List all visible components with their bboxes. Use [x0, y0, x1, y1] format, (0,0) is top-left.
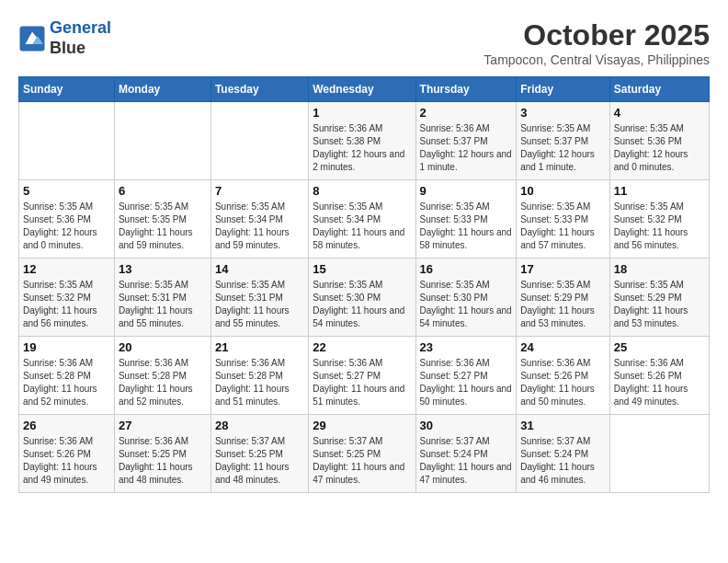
title-area: October 2025 Tampocon, Central Visayas, … — [483, 18, 710, 67]
day-info: Sunrise: 5:36 AMSunset: 5:26 PMDaylight:… — [23, 435, 110, 487]
day-number: 25 — [614, 340, 705, 354]
calendar-cell: 27Sunrise: 5:36 AMSunset: 5:25 PMDayligh… — [114, 415, 210, 493]
calendar-cell: 17Sunrise: 5:35 AMSunset: 5:29 PMDayligh… — [517, 259, 610, 337]
calendar-cell: 13Sunrise: 5:35 AMSunset: 5:31 PMDayligh… — [114, 259, 210, 337]
day-info: Sunrise: 5:36 AMSunset: 5:28 PMDaylight:… — [23, 357, 110, 408]
logo: General Blue — [18, 18, 111, 58]
calendar-cell: 2Sunrise: 5:36 AMSunset: 5:37 PMDaylight… — [415, 102, 517, 180]
day-number: 30 — [420, 419, 513, 432]
day-number: 10 — [520, 184, 606, 198]
day-info: Sunrise: 5:35 AMSunset: 5:34 PMDaylight:… — [313, 201, 411, 252]
calendar-cell: 18Sunrise: 5:35 AMSunset: 5:29 PMDayligh… — [609, 259, 709, 337]
day-info: Sunrise: 5:36 AMSunset: 5:26 PMDaylight:… — [614, 357, 705, 408]
day-number: 8 — [313, 184, 411, 198]
day-info: Sunrise: 5:35 AMSunset: 5:32 PMDaylight:… — [614, 201, 705, 252]
month-title: October 2025 — [483, 18, 710, 52]
day-number: 15 — [313, 262, 411, 276]
day-info: Sunrise: 5:37 AMSunset: 5:25 PMDaylight:… — [313, 435, 411, 487]
day-number: 6 — [119, 184, 207, 198]
week-row-3: 12Sunrise: 5:35 AMSunset: 5:32 PMDayligh… — [19, 259, 710, 337]
calendar-cell: 3Sunrise: 5:35 AMSunset: 5:37 PMDaylight… — [517, 102, 610, 180]
day-number: 22 — [313, 340, 411, 354]
day-info: Sunrise: 5:35 AMSunset: 5:29 PMDaylight:… — [614, 279, 705, 330]
day-info: Sunrise: 5:35 AMSunset: 5:34 PMDaylight:… — [215, 201, 304, 252]
day-number: 21 — [215, 340, 304, 354]
calendar-cell: 23Sunrise: 5:36 AMSunset: 5:27 PMDayligh… — [415, 337, 517, 415]
calendar-cell: 12Sunrise: 5:35 AMSunset: 5:32 PMDayligh… — [19, 259, 115, 337]
day-info: Sunrise: 5:36 AMSunset: 5:37 PMDaylight:… — [420, 122, 513, 174]
calendar-cell — [210, 102, 308, 180]
day-info: Sunrise: 5:35 AMSunset: 5:32 PMDaylight:… — [23, 279, 110, 330]
day-info: Sunrise: 5:35 AMSunset: 5:37 PMDaylight:… — [520, 122, 606, 174]
calendar-cell: 9Sunrise: 5:35 AMSunset: 5:33 PMDaylight… — [415, 180, 517, 259]
calendar-cell: 4Sunrise: 5:35 AMSunset: 5:36 PMDaylight… — [609, 102, 709, 180]
day-info: Sunrise: 5:36 AMSunset: 5:27 PMDaylight:… — [420, 357, 513, 408]
day-info: Sunrise: 5:35 AMSunset: 5:29 PMDaylight:… — [520, 279, 606, 330]
day-info: Sunrise: 5:36 AMSunset: 5:26 PMDaylight:… — [520, 357, 606, 408]
day-number: 16 — [420, 262, 513, 276]
calendar-cell: 25Sunrise: 5:36 AMSunset: 5:26 PMDayligh… — [609, 337, 709, 415]
day-info: Sunrise: 5:35 AMSunset: 5:33 PMDaylight:… — [420, 201, 513, 252]
day-number: 7 — [215, 184, 304, 198]
day-info: Sunrise: 5:35 AMSunset: 5:36 PMDaylight:… — [23, 201, 110, 252]
day-number: 1 — [313, 106, 411, 120]
day-info: Sunrise: 5:36 AMSunset: 5:38 PMDaylight:… — [313, 122, 411, 174]
day-number: 27 — [119, 419, 207, 432]
calendar-cell: 26Sunrise: 5:36 AMSunset: 5:26 PMDayligh… — [19, 415, 115, 493]
calendar-cell: 15Sunrise: 5:35 AMSunset: 5:30 PMDayligh… — [309, 259, 415, 337]
day-number: 14 — [215, 262, 304, 276]
calendar-cell: 5Sunrise: 5:35 AMSunset: 5:36 PMDaylight… — [19, 180, 115, 259]
day-number: 11 — [614, 184, 705, 198]
calendar-table: SundayMondayTuesdayWednesdayThursdayFrid… — [18, 76, 710, 493]
weekday-header-friday: Friday — [517, 77, 610, 102]
day-number: 18 — [614, 262, 705, 276]
logo-icon — [18, 25, 46, 52]
day-info: Sunrise: 5:35 AMSunset: 5:35 PMDaylight:… — [119, 201, 207, 252]
weekday-header-wednesday: Wednesday — [309, 77, 415, 102]
weekday-header-thursday: Thursday — [415, 77, 517, 102]
day-number: 20 — [119, 340, 207, 354]
calendar-cell — [114, 102, 210, 180]
calendar-cell: 21Sunrise: 5:36 AMSunset: 5:28 PMDayligh… — [210, 337, 308, 415]
calendar-cell: 14Sunrise: 5:35 AMSunset: 5:31 PMDayligh… — [210, 259, 308, 337]
day-info: Sunrise: 5:36 AMSunset: 5:25 PMDaylight:… — [119, 435, 207, 487]
day-info: Sunrise: 5:35 AMSunset: 5:33 PMDaylight:… — [520, 201, 606, 252]
day-info: Sunrise: 5:36 AMSunset: 5:28 PMDaylight:… — [119, 357, 207, 408]
day-info: Sunrise: 5:35 AMSunset: 5:30 PMDaylight:… — [420, 279, 513, 330]
day-number: 17 — [520, 262, 606, 276]
day-number: 9 — [420, 184, 513, 198]
day-number: 28 — [215, 419, 304, 432]
calendar-cell: 1Sunrise: 5:36 AMSunset: 5:38 PMDaylight… — [309, 102, 415, 180]
calendar-cell: 16Sunrise: 5:35 AMSunset: 5:30 PMDayligh… — [415, 259, 517, 337]
calendar-cell: 29Sunrise: 5:37 AMSunset: 5:25 PMDayligh… — [309, 415, 415, 493]
calendar-cell — [19, 102, 115, 180]
day-number: 4 — [614, 106, 705, 120]
weekday-header-saturday: Saturday — [609, 77, 709, 102]
page-header: General Blue October 2025 Tampocon, Cent… — [18, 18, 710, 67]
calendar-cell: 10Sunrise: 5:35 AMSunset: 5:33 PMDayligh… — [517, 180, 610, 259]
week-row-5: 26Sunrise: 5:36 AMSunset: 5:26 PMDayligh… — [19, 415, 710, 493]
weekday-header-monday: Monday — [114, 77, 210, 102]
weekday-header-row: SundayMondayTuesdayWednesdayThursdayFrid… — [19, 77, 710, 102]
day-info: Sunrise: 5:35 AMSunset: 5:30 PMDaylight:… — [313, 279, 411, 330]
week-row-1: 1Sunrise: 5:36 AMSunset: 5:38 PMDaylight… — [19, 102, 710, 180]
calendar-cell: 31Sunrise: 5:37 AMSunset: 5:24 PMDayligh… — [517, 415, 610, 493]
location: Tampocon, Central Visayas, Philippines — [483, 52, 710, 67]
day-number: 23 — [420, 340, 513, 354]
day-number: 13 — [119, 262, 207, 276]
day-info: Sunrise: 5:36 AMSunset: 5:27 PMDaylight:… — [313, 357, 411, 408]
day-info: Sunrise: 5:36 AMSunset: 5:28 PMDaylight:… — [215, 357, 304, 408]
calendar-cell: 11Sunrise: 5:35 AMSunset: 5:32 PMDayligh… — [609, 180, 709, 259]
day-info: Sunrise: 5:37 AMSunset: 5:24 PMDaylight:… — [520, 435, 606, 487]
day-number: 24 — [520, 340, 606, 354]
day-number: 5 — [23, 184, 110, 198]
day-number: 12 — [23, 262, 110, 276]
day-number: 3 — [520, 106, 606, 120]
calendar-cell: 28Sunrise: 5:37 AMSunset: 5:25 PMDayligh… — [210, 415, 308, 493]
day-number: 29 — [313, 419, 411, 432]
weekday-header-tuesday: Tuesday — [210, 77, 308, 102]
day-info: Sunrise: 5:35 AMSunset: 5:36 PMDaylight:… — [614, 122, 705, 174]
calendar-cell: 8Sunrise: 5:35 AMSunset: 5:34 PMDaylight… — [309, 180, 415, 259]
calendar-cell: 30Sunrise: 5:37 AMSunset: 5:24 PMDayligh… — [415, 415, 517, 493]
day-number: 2 — [420, 106, 513, 120]
